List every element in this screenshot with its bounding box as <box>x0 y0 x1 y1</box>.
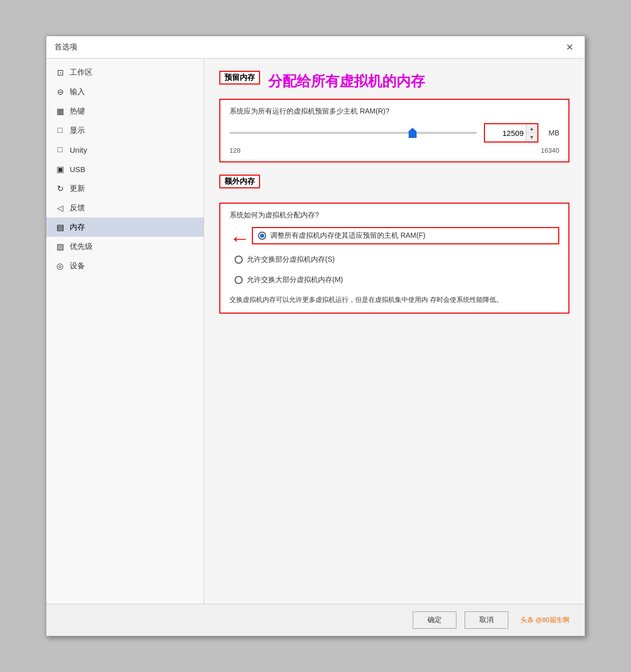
sidebar-item-unity[interactable]: □ Unity <box>46 140 204 159</box>
sidebar-item-usb[interactable]: ▣ USB <box>46 159 204 179</box>
display-icon: □ <box>54 126 66 135</box>
range-min: 128 <box>230 147 241 154</box>
title-bar: 首选项 ✕ <box>46 36 585 59</box>
sidebar-item-update[interactable]: ↻ 更新 <box>46 179 204 198</box>
radio-label-fit: 调整所有虚拟机内存使其适应预留的主机 RAM(F) <box>270 231 425 240</box>
close-button[interactable]: ✕ <box>562 40 577 54</box>
sidebar-item-device[interactable]: ◎ 设备 <box>46 256 204 275</box>
workspace-icon: ⊡ <box>54 68 66 77</box>
memory-slider[interactable] <box>230 128 477 138</box>
spinbox-wrapper: ▲ ▼ <box>484 123 538 143</box>
radio-option-swap-most[interactable]: 允许交换大部分虚拟机内存(M) <box>230 272 559 288</box>
slider-thumb[interactable] <box>409 128 417 138</box>
reserved-memory-label: 预留内存 <box>219 71 260 85</box>
radio-circle-swap-partial <box>235 256 243 264</box>
slider-track <box>230 132 477 134</box>
usb-icon: ▣ <box>54 164 66 174</box>
sidebar-item-label: 设备 <box>70 261 85 271</box>
sidebar-item-label: 更新 <box>70 184 85 193</box>
dialog-footer: 确定 取消 头条 @80届生啊 <box>46 604 585 636</box>
mb-unit-label: MB <box>549 129 559 137</box>
sidebar-item-label: 反馈 <box>70 203 85 213</box>
sidebar-item-workspace[interactable]: ⊡ 工作区 <box>46 63 204 82</box>
extra-memory-label: 额外内存 <box>219 175 260 188</box>
sidebar-item-hotkey[interactable]: ▦ 热键 <box>46 101 204 121</box>
memory-icon: ▤ <box>54 222 66 232</box>
ok-button[interactable]: 确定 <box>413 611 456 629</box>
radio-label-swap-partial: 允许交换部分虚拟机内存(S) <box>247 255 335 264</box>
input-icon: ⊖ <box>54 87 66 97</box>
sidebar-item-label: USB <box>70 165 85 174</box>
priority-icon: ▨ <box>54 242 66 251</box>
sidebar-item-label: 优先级 <box>70 242 93 251</box>
device-icon: ◎ <box>54 261 66 271</box>
radio-label-swap-most: 允许交换大部分虚拟机内存(M) <box>247 275 343 285</box>
extra-note: 交换虚拟机内存可以允许更多虚拟机运行，但是在虚拟机集中使用内 存时会使系统性能降… <box>230 295 559 305</box>
slider-range: 128 16340 <box>230 147 559 154</box>
main-content: 预留内存 分配给所有虚拟机的内存 系统应为所有运行的虚拟机预留多少主机 RAM(… <box>204 59 585 604</box>
sidebar-item-priority[interactable]: ▨ 优先级 <box>46 237 204 256</box>
range-max: 16340 <box>541 147 559 154</box>
annotation-text: 分配给所有虚拟机的内存 <box>268 72 425 91</box>
update-icon: ↻ <box>54 184 66 193</box>
slider-row: ▲ ▼ MB <box>230 123 559 143</box>
sidebar-item-feedback[interactable]: ◁ 反馈 <box>46 198 204 217</box>
preferences-dialog: 首选项 ✕ ⊡ 工作区 ⊖ 输入 ▦ 热键 □ 显示 □ Unity <box>46 36 585 636</box>
cancel-button[interactable]: 取消 <box>465 611 508 629</box>
radio-circle-fit <box>258 232 266 240</box>
reserved-memory-box: 系统应为所有运行的虚拟机预留多少主机 RAM(R)? ▲ <box>219 99 569 162</box>
memory-spinbox[interactable] <box>485 124 526 142</box>
watermark: 头条 @80届生啊 <box>521 615 569 625</box>
extra-desc: 系统如何为虚拟机分配内存? <box>230 211 559 220</box>
sidebar-item-display[interactable]: □ 显示 <box>46 121 204 140</box>
reserved-desc: 系统应为所有运行的虚拟机预留多少主机 RAM(R)? <box>230 107 559 116</box>
sidebar-item-label: 内存 <box>70 222 85 232</box>
arrow-indicator: ← <box>230 227 250 250</box>
reserved-memory-header: 预留内存 分配给所有虚拟机的内存 <box>219 71 569 92</box>
spinbox-up-button[interactable]: ▲ <box>526 124 537 133</box>
hotkey-icon: ▦ <box>54 106 66 116</box>
radio-circle-swap-most <box>235 276 243 284</box>
radio-option-fit[interactable]: 调整所有虚拟机内存使其适应预留的主机 RAM(F) <box>252 227 559 244</box>
sidebar-item-label: 热键 <box>70 106 85 116</box>
sidebar-item-input[interactable]: ⊖ 输入 <box>46 82 204 101</box>
spinbox-down-button[interactable]: ▼ <box>526 133 537 142</box>
feedback-icon: ◁ <box>54 203 66 213</box>
extra-memory-section: 额外内存 系统如何为虚拟机分配内存? ← 调整所有虚拟机内存使其适应预留的主机 … <box>219 175 569 314</box>
sidebar-item-label: 输入 <box>70 87 85 97</box>
unity-icon: □ <box>54 145 66 154</box>
sidebar-item-label: 显示 <box>70 126 85 135</box>
extra-memory-box: 系统如何为虚拟机分配内存? ← 调整所有虚拟机内存使其适应预留的主机 RAM(F… <box>219 203 569 314</box>
radio-option-swap-partial[interactable]: 允许交换部分虚拟机内存(S) <box>230 252 559 267</box>
dialog-title: 首选项 <box>54 42 77 52</box>
sidebar-item-label: 工作区 <box>70 68 93 77</box>
slider-fill <box>230 132 413 134</box>
sidebar-item-memory[interactable]: ▤ 内存 <box>46 217 204 237</box>
sidebar-item-label: Unity <box>70 146 87 154</box>
sidebar: ⊡ 工作区 ⊖ 输入 ▦ 热键 □ 显示 □ Unity ▣ USB <box>46 59 204 604</box>
spinbox-buttons: ▲ ▼ <box>526 124 537 142</box>
dialog-body: ⊡ 工作区 ⊖ 输入 ▦ 热键 □ 显示 □ Unity ▣ USB <box>46 59 585 604</box>
